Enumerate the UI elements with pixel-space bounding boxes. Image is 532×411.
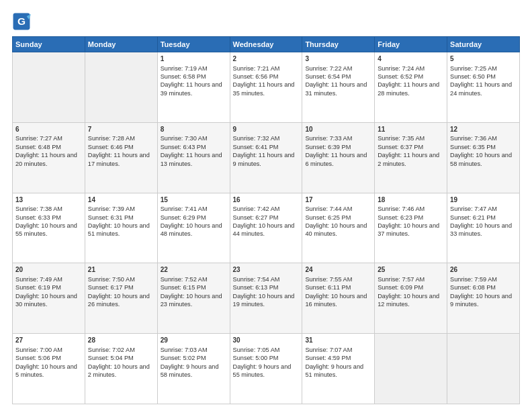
cell-text: Sunset: 5:04 PM — [88, 354, 154, 362]
cell-text: Daylight: 10 hours and 9 minutes. — [450, 292, 517, 309]
day-number: 28 — [88, 336, 154, 345]
cell-text: Sunset: 6:21 PM — [450, 214, 517, 222]
day-number: 11 — [378, 125, 444, 134]
cell-text: Daylight: 10 hours and 19 minutes. — [233, 292, 300, 309]
calendar-cell: 14Sunrise: 7:39 AMSunset: 6:31 PMDayligh… — [85, 193, 157, 263]
cell-text: Daylight: 10 hours and 58 minutes. — [450, 151, 517, 168]
cell-text: Daylight: 10 hours and 37 minutes. — [378, 222, 444, 238]
cell-text: Sunset: 6:27 PM — [233, 214, 300, 222]
cell-text: Sunset: 6:52 PM — [378, 73, 444, 81]
cell-text: Sunset: 6:17 PM — [88, 283, 154, 291]
cell-text: Sunrise: 7:35 AM — [378, 134, 444, 142]
calendar-cell: 23Sunrise: 7:54 AMSunset: 6:13 PMDayligh… — [230, 263, 302, 334]
calendar-cell: 6Sunrise: 7:27 AMSunset: 6:48 PMDaylight… — [13, 122, 85, 193]
day-number: 24 — [305, 265, 371, 275]
cell-text: Sunrise: 7:19 AM — [161, 64, 227, 73]
day-number: 9 — [233, 125, 300, 134]
cell-text: Daylight: 10 hours and 5 minutes. — [15, 363, 82, 379]
cell-text: Daylight: 11 hours and 20 minutes. — [15, 151, 82, 168]
cell-text: Sunrise: 7:32 AM — [233, 134, 300, 142]
cell-text: Daylight: 11 hours and 35 minutes. — [233, 81, 300, 97]
day-number: 25 — [378, 265, 444, 275]
day-number: 21 — [88, 265, 154, 275]
cell-text: Sunrise: 7:28 AM — [88, 134, 154, 142]
calendar-page: G SundayMondayTuesdayWednesdayThursdayFr… — [0, 0, 532, 411]
cell-text: Daylight: 10 hours and 48 minutes. — [161, 222, 227, 238]
day-number: 13 — [15, 195, 82, 205]
weekday-header-monday: Monday — [85, 37, 157, 52]
cell-text: Sunrise: 7:07 AM — [305, 346, 371, 354]
cell-text: Sunset: 6:25 PM — [305, 214, 371, 222]
week-row-3: 13Sunrise: 7:38 AMSunset: 6:33 PMDayligh… — [13, 193, 520, 263]
cell-text: Daylight: 9 hours and 51 minutes. — [305, 363, 371, 379]
cell-text: Sunrise: 7:55 AM — [305, 275, 371, 283]
weekday-header-friday: Friday — [375, 37, 447, 52]
day-number: 19 — [450, 195, 517, 205]
cell-text: Sunrise: 7:57 AM — [378, 275, 444, 283]
day-number: 1 — [161, 54, 227, 64]
calendar-cell: 25Sunrise: 7:57 AMSunset: 6:09 PMDayligh… — [375, 263, 447, 334]
svg-text:G: G — [17, 15, 26, 27]
cell-text: Sunset: 6:50 PM — [450, 73, 517, 81]
cell-text: Sunrise: 7:36 AM — [450, 134, 517, 142]
calendar-cell: 3Sunrise: 7:22 AMSunset: 6:54 PMDaylight… — [302, 52, 375, 123]
calendar-cell: 10Sunrise: 7:33 AMSunset: 6:39 PMDayligh… — [302, 122, 375, 193]
calendar-cell — [85, 52, 157, 123]
cell-text: Sunset: 5:06 PM — [15, 354, 82, 362]
cell-text: Sunrise: 7:46 AM — [378, 205, 444, 213]
cell-text: Sunset: 6:37 PM — [378, 143, 444, 151]
calendar-cell: 24Sunrise: 7:55 AMSunset: 6:11 PMDayligh… — [302, 263, 375, 334]
calendar-cell: 22Sunrise: 7:52 AMSunset: 6:15 PMDayligh… — [157, 263, 230, 334]
cell-text: Sunset: 6:09 PM — [378, 283, 444, 291]
cell-text: Sunset: 6:41 PM — [233, 143, 300, 151]
day-number: 31 — [305, 336, 371, 345]
weekday-header-sunday: Sunday — [13, 37, 85, 52]
week-row-1: 1Sunrise: 7:19 AMSunset: 6:58 PMDaylight… — [13, 52, 520, 123]
cell-text: Daylight: 11 hours and 24 minutes. — [450, 81, 517, 97]
cell-text: Sunset: 6:23 PM — [378, 214, 444, 222]
calendar-cell: 21Sunrise: 7:50 AMSunset: 6:17 PMDayligh… — [85, 263, 157, 334]
cell-text: Sunrise: 7:41 AM — [161, 205, 227, 213]
calendar-cell — [375, 334, 447, 404]
cell-text: Sunrise: 7:33 AM — [305, 134, 371, 142]
cell-text: Sunset: 4:59 PM — [305, 354, 371, 362]
day-number: 29 — [161, 336, 227, 345]
day-number: 15 — [161, 195, 227, 205]
calendar-body: 1Sunrise: 7:19 AMSunset: 6:58 PMDaylight… — [13, 52, 520, 404]
day-number: 22 — [161, 265, 227, 275]
week-row-4: 20Sunrise: 7:49 AMSunset: 6:19 PMDayligh… — [13, 263, 520, 334]
day-number: 16 — [233, 195, 300, 205]
weekday-header-tuesday: Tuesday — [157, 37, 230, 52]
cell-text: Sunset: 6:31 PM — [88, 214, 154, 222]
cell-text: Sunset: 6:46 PM — [88, 143, 154, 151]
logo-icon: G — [12, 12, 31, 31]
cell-text: Sunset: 6:13 PM — [233, 283, 300, 291]
cell-text: Sunrise: 7:25 AM — [450, 64, 517, 73]
cell-text: Daylight: 10 hours and 55 minutes. — [15, 222, 82, 238]
cell-text: Sunrise: 7:39 AM — [88, 205, 154, 213]
calendar-cell: 18Sunrise: 7:46 AMSunset: 6:23 PMDayligh… — [375, 193, 447, 263]
calendar-cell: 30Sunrise: 7:05 AMSunset: 5:00 PMDayligh… — [230, 334, 302, 404]
cell-text: Daylight: 10 hours and 33 minutes. — [450, 222, 517, 238]
day-number: 20 — [15, 265, 82, 275]
calendar-header: SundayMondayTuesdayWednesdayThursdayFrid… — [13, 37, 520, 52]
day-number: 10 — [305, 125, 371, 134]
cell-text: Sunrise: 7:21 AM — [233, 64, 300, 73]
calendar-cell: 26Sunrise: 7:59 AMSunset: 6:08 PMDayligh… — [447, 263, 520, 334]
cell-text: Sunset: 6:08 PM — [450, 283, 517, 291]
header: G — [12, 12, 520, 31]
calendar-cell: 27Sunrise: 7:00 AMSunset: 5:06 PMDayligh… — [13, 334, 85, 404]
weekday-header-row: SundayMondayTuesdayWednesdayThursdayFrid… — [13, 37, 520, 52]
calendar-cell — [13, 52, 85, 123]
logo: G — [12, 12, 34, 31]
cell-text: Daylight: 10 hours and 40 minutes. — [305, 222, 371, 238]
day-number: 12 — [450, 125, 517, 134]
cell-text: Sunrise: 7:44 AM — [305, 205, 371, 213]
cell-text: Daylight: 10 hours and 2 minutes. — [88, 363, 154, 379]
cell-text: Daylight: 10 hours and 26 minutes. — [88, 292, 154, 309]
cell-text: Daylight: 10 hours and 12 minutes. — [378, 292, 444, 309]
calendar-cell: 13Sunrise: 7:38 AMSunset: 6:33 PMDayligh… — [13, 193, 85, 263]
calendar-cell: 12Sunrise: 7:36 AMSunset: 6:35 PMDayligh… — [447, 122, 520, 193]
cell-text: Sunset: 5:02 PM — [161, 354, 227, 362]
calendar-cell: 17Sunrise: 7:44 AMSunset: 6:25 PMDayligh… — [302, 193, 375, 263]
